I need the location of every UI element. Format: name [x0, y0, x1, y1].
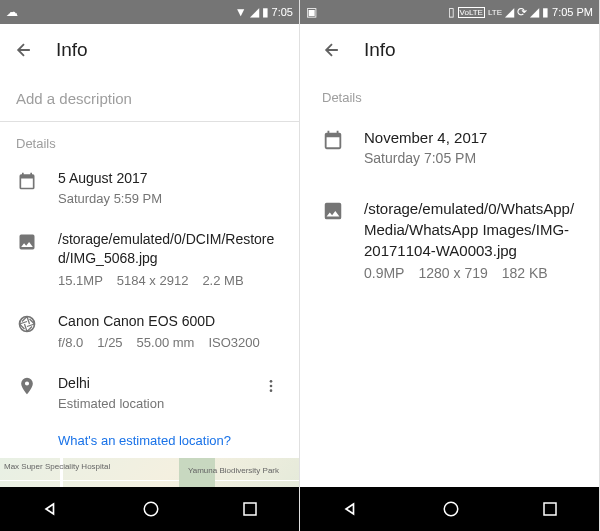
calendar-icon: [322, 127, 344, 151]
page-title: Info: [56, 39, 88, 61]
location-type: Estimated location: [58, 396, 239, 411]
map-label-a: Max Super Speciality Hospital: [4, 462, 110, 471]
date-row: November 4, 2017 Saturday 7:05 PM: [300, 111, 599, 182]
cloud-icon: ☁: [6, 5, 18, 19]
aperture-icon: [16, 312, 38, 334]
phone-left: ☁ ▼ ◢ ▮ 7:05 Info Add a description Deta…: [0, 0, 300, 531]
nav-home-button[interactable]: [142, 500, 160, 518]
svg-point-1: [270, 380, 273, 383]
file-mp: 15.1MP: [58, 273, 103, 288]
volte-badge: VoLTE: [458, 7, 485, 18]
svg-point-3: [270, 390, 273, 393]
location-icon: [16, 374, 38, 396]
file-path: /storage/emulated/0/DCIM/Restored/IMG_50…: [58, 230, 283, 269]
map-label-d: Yamuna Biodiversity Park: [188, 466, 279, 475]
svg-rect-5: [244, 503, 256, 515]
date-secondary: Saturday 7:05 PM: [364, 150, 577, 166]
content-right: Details November 4, 2017 Saturday 7:05 P…: [300, 76, 599, 487]
statusbar-right: ▣ ▯ VoLTE LTE ◢ ⟳ ◢ ▮ 7:05 PM: [300, 0, 599, 24]
camera-name: Canon Canon EOS 600D: [58, 312, 283, 332]
file-dimensions: 5184 x 2912: [117, 273, 189, 288]
camera-aperture: f/8.0: [58, 335, 83, 350]
sync-icon: ⟳: [517, 5, 527, 19]
file-size: 182 KB: [502, 265, 548, 281]
location-name: Delhi: [58, 374, 239, 394]
svg-point-4: [144, 502, 158, 516]
nav-back-button[interactable]: [341, 499, 361, 519]
date-row: 5 August 2017 Saturday 5:59 PM: [0, 157, 299, 218]
wifi-icon: ▼: [235, 5, 247, 19]
date-primary: 5 August 2017: [58, 169, 283, 189]
back-button[interactable]: [322, 40, 342, 60]
file-row: /storage/emulated/0/WhatsApp/Media/Whats…: [300, 182, 599, 297]
header-right: Info: [300, 24, 599, 76]
lte-label: LTE: [488, 8, 502, 17]
file-mp: 0.9MP: [364, 265, 404, 281]
content-left: Add a description Details 5 August 2017 …: [0, 76, 299, 487]
image-icon: [322, 198, 344, 222]
vibrate-icon: ▯: [448, 5, 455, 19]
svg-point-6: [444, 502, 458, 516]
battery-icon: ▮: [542, 5, 549, 19]
file-path: /storage/emulated/0/WhatsApp/Media/Whats…: [364, 198, 577, 261]
camera-focal: 55.00 mm: [137, 335, 195, 350]
file-size: 2.2 MB: [202, 273, 243, 288]
date-primary: November 4, 2017: [364, 127, 577, 148]
statusbar-left: ☁ ▼ ◢ ▮ 7:05: [0, 0, 299, 24]
navbar-right: [300, 487, 599, 531]
signal-icon: ◢: [250, 5, 259, 19]
battery-icon: ▮: [262, 5, 269, 19]
statusbar-time: 7:05: [272, 6, 293, 18]
camera-row: Canon Canon EOS 600D f/8.0 1/25 55.00 mm…: [0, 300, 299, 363]
header-left: Info: [0, 24, 299, 76]
svg-point-0: [20, 316, 35, 331]
nav-home-button[interactable]: [442, 500, 460, 518]
location-row: Delhi Estimated location: [0, 362, 299, 423]
page-title: Info: [364, 39, 396, 61]
description-input[interactable]: Add a description: [0, 76, 299, 122]
camera-iso: ISO3200: [208, 335, 259, 350]
statusbar-time: 7:05 PM: [552, 6, 593, 18]
nav-recent-button[interactable]: [541, 500, 559, 518]
camera-shutter: 1/25: [97, 335, 122, 350]
back-button[interactable]: [14, 40, 34, 60]
more-button[interactable]: [259, 374, 283, 398]
file-dimensions: 1280 x 719: [418, 265, 487, 281]
map-preview[interactable]: Max Super Speciality Hospital SHALIMAR B…: [0, 458, 299, 487]
signal-icon: ◢: [505, 5, 514, 19]
nav-recent-button[interactable]: [241, 500, 259, 518]
estimated-location-link[interactable]: What's an estimated location?: [0, 423, 299, 458]
navbar-left: [0, 487, 299, 531]
details-label: Details: [300, 76, 599, 111]
phone-right: ▣ ▯ VoLTE LTE ◢ ⟳ ◢ ▮ 7:05 PM Info Detai…: [300, 0, 600, 531]
signal2-icon: ◢: [530, 5, 539, 19]
image-icon: [16, 230, 38, 252]
details-label: Details: [0, 122, 299, 157]
file-row: /storage/emulated/0/DCIM/Restored/IMG_50…: [0, 218, 299, 300]
svg-point-2: [270, 385, 273, 388]
calendar-icon: [16, 169, 38, 191]
nav-back-button[interactable]: [41, 499, 61, 519]
svg-rect-7: [544, 503, 556, 515]
sim-icon: ▣: [306, 5, 317, 19]
date-secondary: Saturday 5:59 PM: [58, 191, 283, 206]
